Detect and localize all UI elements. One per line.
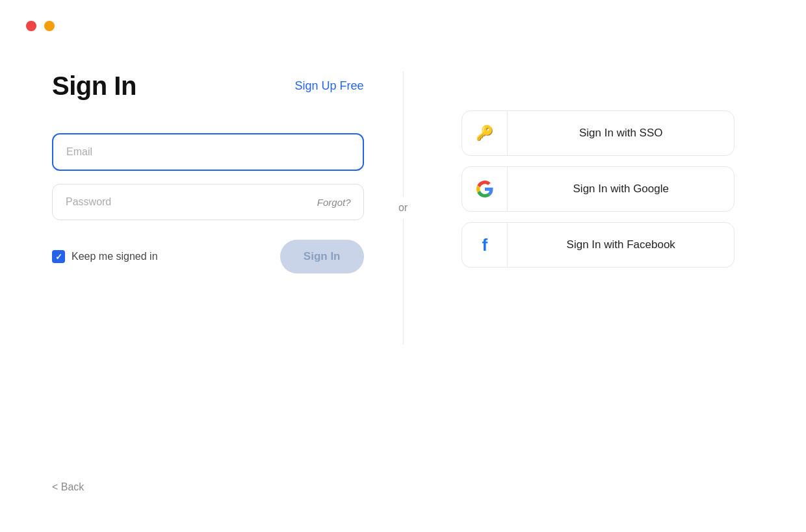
forgot-link[interactable]: Forgot?	[317, 197, 351, 208]
checkmark-icon: ✓	[55, 252, 62, 262]
google-icon	[476, 181, 493, 197]
keep-signed-label: Keep me signed in	[72, 251, 158, 262]
facebook-icon-area: f	[462, 223, 508, 267]
sign-up-link[interactable]: Sign Up Free	[294, 79, 363, 93]
traffic-light-red[interactable]	[26, 21, 36, 31]
keep-signed-checkbox[interactable]: ✓	[52, 250, 65, 263]
password-row: Forgot?	[52, 184, 364, 220]
google-button-label: Sign In with Google	[508, 183, 734, 196]
traffic-lights	[26, 21, 55, 31]
bottom-row: ✓ Keep me signed in Sign In	[52, 240, 364, 273]
facebook-button[interactable]: f Sign In with Facebook	[462, 222, 734, 268]
facebook-button-label: Sign In with Facebook	[508, 238, 734, 251]
facebook-icon: f	[482, 235, 488, 255]
sign-in-button[interactable]: Sign In	[280, 240, 364, 273]
key-icon: 🔑	[476, 125, 493, 142]
or-label: or	[395, 197, 411, 219]
divider-wrapper: or	[403, 71, 404, 344]
left-panel: Sign In Sign Up Free Forgot? ✓ Keep me s…	[0, 71, 403, 273]
email-input[interactable]	[52, 133, 364, 171]
page-title: Sign In	[52, 71, 136, 101]
traffic-light-yellow[interactable]	[44, 21, 55, 31]
sso-button-label: Sign In with SSO	[508, 127, 734, 140]
header-row: Sign In Sign Up Free	[52, 71, 364, 101]
google-icon-area	[462, 167, 508, 211]
sso-icon-area: 🔑	[462, 111, 508, 155]
keep-signed-row: ✓ Keep me signed in	[52, 250, 158, 263]
main-container: Sign In Sign Up Free Forgot? ✓ Keep me s…	[0, 71, 806, 344]
right-panel: 🔑 Sign In with SSO Sign In with Google f	[404, 71, 807, 268]
google-button[interactable]: Sign In with Google	[462, 166, 734, 212]
back-button[interactable]: < Back	[52, 481, 84, 493]
sso-button[interactable]: 🔑 Sign In with SSO	[462, 110, 734, 156]
